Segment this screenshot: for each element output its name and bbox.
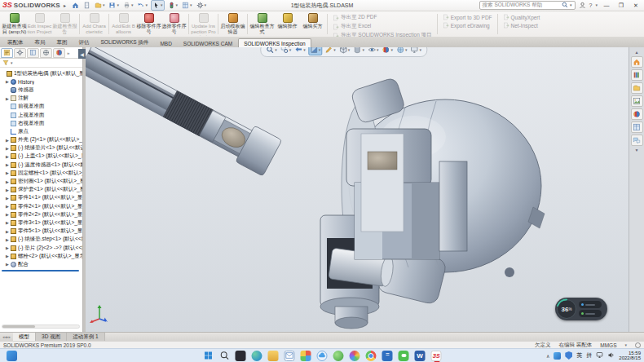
- tab-mbd[interactable]: MBD: [154, 38, 177, 47]
- pane-scroll-up-icon[interactable]: ▲: [635, 50, 639, 55]
- edit-vendors-button[interactable]: 编辑买方: [300, 12, 325, 36]
- tree-item[interactable]: ▶固定螺栓<1> (默认<<默认>_显示状: [0, 169, 82, 177]
- search-icon[interactable]: [219, 351, 230, 361]
- tree-item[interactable]: ▶注解: [0, 95, 82, 103]
- model-3d[interactable]: [86, 47, 629, 332]
- word-icon[interactable]: W: [415, 351, 426, 361]
- scrollbar-thumb[interactable]: [2, 325, 35, 328]
- tree-item[interactable]: ▶History: [0, 77, 82, 86]
- file-explorer-button[interactable]: [631, 82, 643, 94]
- tree-item[interactable]: ▶密封圈<1> (默认<<默认>_显示状态: [0, 177, 82, 185]
- tree-item[interactable]: ▶(-) 垫片 (2)<2> ->? (默认<<默认: [0, 244, 82, 252]
- tray-shield-icon[interactable]: [565, 351, 572, 360]
- remove-balloons-button[interactable]: 移除零件序号: [136, 12, 161, 36]
- doc-tabs-nav[interactable]: ◂◂▸▸: [0, 333, 13, 341]
- print-icon[interactable]: ▾: [122, 1, 135, 10]
- select-arrow-icon[interactable]: ▾: [151, 0, 165, 11]
- collapse-panel-arrow[interactable]: ◀: [78, 49, 86, 59]
- file-explorer-icon[interactable]: [268, 351, 279, 361]
- view-palette-button[interactable]: [631, 95, 643, 107]
- rollback-bar[interactable]: [2, 270, 79, 272]
- photos-icon[interactable]: [301, 351, 311, 361]
- doc-tab-1[interactable]: 模型: [13, 333, 36, 341]
- mail-icon[interactable]: [285, 351, 295, 361]
- taskbar-clock[interactable]: 15:59 2022/8/15: [619, 351, 641, 361]
- tab-solidworks-插件[interactable]: SOLIDWORKS 插件: [95, 37, 155, 47]
- tab-装配体[interactable]: 装配体: [2, 37, 29, 47]
- color-wheel-app-icon[interactable]: [350, 351, 360, 361]
- volume-icon[interactable]: [607, 351, 615, 360]
- green-app-icon[interactable]: [333, 351, 344, 361]
- ime-language[interactable]: 英: [576, 351, 582, 360]
- tree-item[interactable]: ▶零件3<1> (默认<<默认>_显示状态: [0, 219, 82, 227]
- tree-item[interactable]: 右视基准面: [0, 119, 82, 127]
- options-gear-icon[interactable]: ▾: [196, 1, 208, 10]
- tray-app-icon[interactable]: [554, 352, 561, 360]
- new-project-button[interactable]: 新建检查项目 (amp;N): [2, 12, 27, 36]
- undo-icon[interactable]: ▾: [136, 1, 148, 10]
- tag-icon[interactable]: [635, 342, 641, 348]
- property-manager-tab[interactable]: [14, 48, 26, 58]
- widgets-icon[interactable]: [7, 351, 17, 361]
- cloud-app-icon[interactable]: [317, 351, 328, 361]
- custom-properties-button[interactable]: [631, 121, 643, 133]
- select-balloons-button[interactable]: 选择零件序号: [161, 12, 187, 36]
- tree-item[interactable]: ▶(-) 绝缘垫片<1> (默认<<默认>_显: [0, 144, 82, 152]
- configurations-tab[interactable]: [27, 48, 39, 58]
- minimize-button[interactable]: —: [601, 2, 612, 8]
- widget-button-top[interactable]: [579, 301, 602, 308]
- file-properties-icon[interactable]: ▾: [181, 1, 193, 10]
- widget-button-bottom[interactable]: [579, 310, 602, 317]
- resources-home-button[interactable]: [631, 56, 643, 68]
- logo-flyout-icon[interactable]: ▸: [64, 2, 66, 8]
- forum-button[interactable]: [631, 135, 643, 146]
- chrome-icon[interactable]: [366, 351, 377, 361]
- restore-button[interactable]: ❐: [615, 2, 627, 9]
- doc-tab-3[interactable]: 运动算例 1: [67, 333, 104, 341]
- tree-item[interactable]: 前视基准面: [0, 103, 82, 111]
- tab-布局[interactable]: 布局: [29, 37, 51, 47]
- design-library-button[interactable]: [631, 69, 643, 81]
- appearances-scenes-button[interactable]: [631, 108, 643, 120]
- tree-item[interactable]: ▶零件2<1> (默认<<默认>_显示状态: [0, 202, 82, 210]
- home-icon[interactable]: [71, 1, 80, 10]
- 3d-viewport[interactable]: ◀ ▾▾▾▾▾▾▾▾▾▾▾: [86, 47, 629, 332]
- tree-item[interactable]: ▶(-) 温度传感器<1> (默认<<默认>_: [0, 161, 82, 169]
- sign-in-icon[interactable]: [579, 2, 586, 9]
- dictionary-icon[interactable]: [382, 351, 393, 361]
- tab-solidworks-cam[interactable]: SOLIDWORKS CAM: [178, 38, 238, 47]
- tab-solidworks-inspection[interactable]: SOLIDWORKS Inspection: [238, 38, 311, 47]
- tree-item[interactable]: 原点: [0, 127, 82, 135]
- edge-icon[interactable]: [252, 351, 262, 361]
- save-icon[interactable]: ▾: [108, 1, 120, 10]
- dark-app-icon[interactable]: [236, 351, 246, 361]
- doc-tab-2[interactable]: 3D 视图: [36, 333, 67, 341]
- features-tree-tab[interactable]: [1, 48, 13, 58]
- tree-item[interactable]: 传感器: [0, 86, 82, 94]
- units-caret-icon[interactable]: ▾: [624, 343, 627, 347]
- help-search-input[interactable]: 搜索 SOLIDWORKS 帮助 ▾: [479, 1, 576, 10]
- ime-mode[interactable]: 拼: [586, 351, 592, 360]
- new-document-icon[interactable]: [82, 1, 91, 10]
- search-icon[interactable]: [562, 2, 568, 9]
- tree-h-scrollbar[interactable]: [2, 324, 80, 329]
- dimxpert-tab[interactable]: [40, 48, 52, 58]
- wechat-icon[interactable]: [399, 351, 409, 361]
- help-caret-icon[interactable]: ▾: [595, 3, 598, 7]
- tree-item[interactable]: ▶(-) 绝缘垫.step<1> (默认<<默认: [0, 236, 82, 244]
- edit-methods-button[interactable]: 编辑检查方式: [249, 12, 275, 36]
- tree-filter[interactable]: ▾: [0, 59, 82, 68]
- rebuild-icon[interactable]: ▾: [167, 1, 179, 10]
- open-folder-icon[interactable]: ▾: [94, 1, 106, 10]
- tree-item[interactable]: ▶保护套<1> (默认<<默认>_显示状态: [0, 186, 82, 194]
- close-button[interactable]: ✕: [630, 2, 642, 9]
- edit-operations-button[interactable]: 编辑操作: [275, 12, 300, 36]
- status-units-dropdown[interactable]: MMGS: [600, 342, 616, 348]
- tree-item[interactable]: ▶零件5<1> (默认<<默认>_显示状态: [0, 227, 82, 236]
- tray-chevron-icon[interactable]: ∧: [546, 353, 549, 359]
- solidworks-icon[interactable]: ЗS: [431, 351, 442, 361]
- tree-item[interactable]: ▶(-) 上盖<1> (默认<<默认>_显示状: [0, 152, 82, 161]
- tree-item[interactable]: 1型铠装热电偶 (默认<默认_显示状态-1>: [0, 69, 82, 77]
- zoom-percent-dial[interactable]: 36%: [557, 299, 576, 319]
- tree-item[interactable]: 上视基准面: [0, 111, 82, 119]
